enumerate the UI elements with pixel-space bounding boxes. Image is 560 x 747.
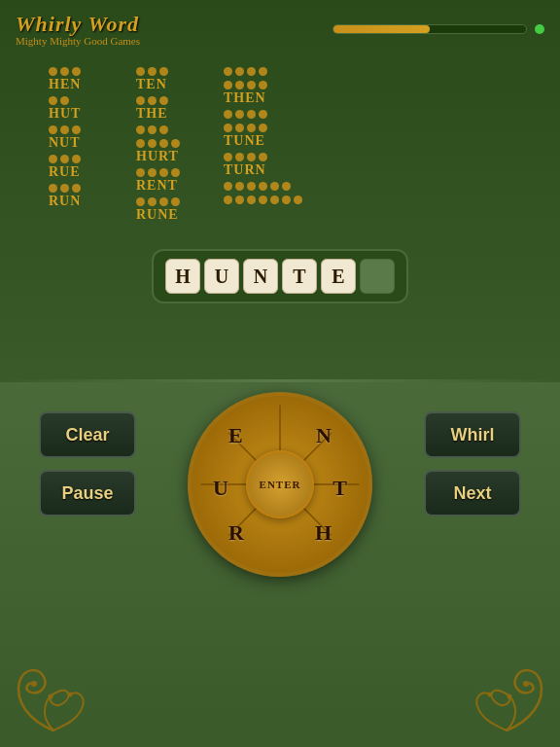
dot [136,67,145,76]
word-text: TUNE [224,133,265,149]
word-entry [224,196,302,205]
svg-point-9 [68,693,73,697]
dot [136,197,145,206]
word-text: HEN [49,77,81,92]
dot [247,182,256,191]
letter-tile-5: E [321,259,356,294]
dot [136,96,145,105]
word-dots [136,168,180,177]
word-dots [224,81,267,89]
word-dots [49,96,69,105]
word-entry: TURN [224,153,302,178]
word-text: RUNE [136,207,179,223]
word-text: HURT [136,149,179,164]
dot [247,124,256,132]
dot [136,125,145,134]
word-dots [136,67,168,76]
left-buttons: Clear Pause [39,411,136,516]
dot [235,124,244,132]
pause-button[interactable]: Pause [39,470,136,516]
svg-point-12 [488,693,493,697]
game-subtitle: Mighty Mighty Good Games [16,35,140,47]
letter-tile-3: N [243,259,278,294]
word-text: THEN [224,90,266,106]
dot [224,182,232,191]
word-text: THE [136,106,168,122]
dot [159,139,168,148]
dot [235,81,244,89]
progress-bar [332,24,527,34]
dot [259,153,267,161]
dot [159,96,168,105]
dot [224,81,232,89]
dot [247,153,256,161]
whirl-button[interactable]: Whirl [424,411,521,458]
dot [49,184,57,193]
word-dots [224,153,267,161]
right-buttons: Whirl Next [424,411,521,516]
dot [247,196,256,204]
dot [60,67,69,76]
word-entry [224,67,302,77]
word-entry: HEN [49,67,117,92]
header: Whirly Word Mighty Mighty Good Games [0,0,560,53]
dot [259,67,267,76]
word-entry [224,110,302,120]
dot [49,155,57,163]
dot [159,197,168,206]
svg-point-10 [523,681,529,687]
dot [224,124,232,132]
dot [171,139,180,148]
word-entry: RUN [49,184,117,209]
word-dots [224,67,267,76]
letter-tile-6 [360,259,395,294]
letter-wheel[interactable]: E N U T R H ENTER [188,392,372,577]
dot [259,196,267,204]
word-column-1: HEN HUT NUT [49,67,117,225]
dot [224,110,232,119]
word-entry: TUNE [224,124,302,149]
svg-point-11 [508,694,512,699]
enter-label: ENTER [260,479,301,490]
word-dots [49,67,81,76]
dot [49,125,57,134]
dot [282,182,291,191]
svg-point-8 [49,694,53,699]
dot [159,168,168,177]
dot [224,196,232,204]
word-text: RENT [136,178,178,194]
dot [136,139,145,148]
word-entry [224,182,302,192]
dot [270,196,279,204]
word-text: TEN [136,77,167,92]
progress-fill [333,25,430,33]
dot [148,67,157,76]
dot [60,96,69,105]
dot [72,155,81,163]
dot [247,81,256,89]
next-button[interactable]: Next [424,470,521,516]
dot [159,67,168,76]
word-dots [224,110,267,119]
enter-button[interactable]: ENTER [246,450,314,518]
word-dots [49,184,81,193]
dot [148,96,157,105]
dot [72,184,81,193]
wheel-container: E N U T R H ENTER [188,392,372,577]
progress-dot [535,24,544,34]
dot [60,155,69,163]
clear-button[interactable]: Clear [39,411,136,458]
dot [49,67,57,76]
current-word-display: H U N T E [0,249,560,303]
word-entry: HUT [49,96,117,122]
dot [270,182,279,191]
dot [72,67,81,76]
word-entry: NUT [49,125,117,151]
flourish-left [10,662,97,740]
dot [235,196,244,204]
dot [259,110,267,119]
letter-tile-4: T [282,259,317,294]
dot [259,81,267,89]
word-dots [136,197,180,206]
word-entry: TEN [136,67,204,92]
